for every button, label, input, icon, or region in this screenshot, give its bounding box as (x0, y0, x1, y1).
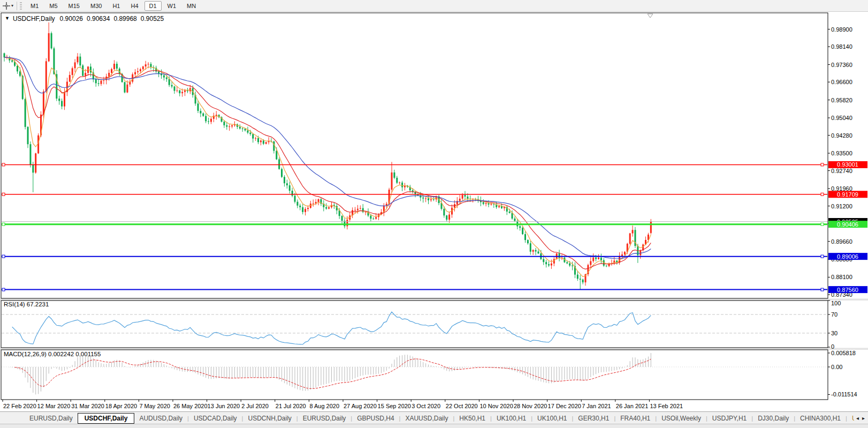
date-axis-label: 18 Apr 2020 (105, 403, 137, 409)
price-axis-tick: 0.91200 (831, 203, 852, 209)
tab-scroll-right-button[interactable]: ▸ (862, 415, 865, 421)
chart-tab-dj30-daily[interactable]: DJ30,Daily (753, 414, 794, 423)
chart-tab-ger30-h1[interactable]: GER30,H1 (573, 414, 614, 423)
macd-axis-tick: -0.011514 (831, 391, 857, 397)
macd-axis-tick: 0.005818 (831, 350, 856, 356)
rsi-axis-tick: 70 (831, 311, 837, 318)
price-axis-tick: 0.97360 (831, 62, 852, 68)
price-axis-tick: 0.98140 (831, 43, 852, 50)
cursor-tool-icon[interactable] (2, 2, 11, 10)
hline-handle-right (821, 288, 824, 291)
tool-dropdown-caret[interactable]: ▾ (11, 3, 13, 8)
date-axis-label: 22 Feb 2020 (3, 403, 36, 409)
date-axis-label: 27 Aug 2020 (344, 403, 377, 409)
price-badge-support-2-label: 0.87560 (837, 287, 858, 293)
price-axis-tick: 0.98900 (831, 26, 852, 33)
price-axis-tick: 0.94280 (831, 132, 852, 139)
date-axis-label: 31 Mar 2020 (71, 403, 104, 409)
chart-tab-fra40-h1[interactable]: FRA40,H1 (615, 414, 655, 423)
timeframe-button-mn[interactable]: MN (182, 1, 201, 11)
chart-menu-caret-icon[interactable]: ▼ (5, 16, 10, 22)
date-axis-label: 28 Nov 2020 (514, 403, 547, 409)
ohlc-open: 0.90026 (60, 15, 83, 22)
rsi-panel-frame (1, 301, 828, 348)
hline-handle-left (2, 163, 5, 166)
chart-tab-usdcad-daily[interactable]: USDCAD,Daily (189, 414, 242, 423)
date-axis-label: 17 Dec 2020 (548, 403, 581, 409)
date-axis-label: 22 Oct 2020 (446, 403, 478, 409)
price-axis-tick: 0.89660 (831, 238, 852, 245)
chart-tab-audusd-daily[interactable]: AUDUSD,Daily (134, 414, 187, 423)
rsi-axis-tick: 0 (831, 343, 834, 350)
chart-tab-uk100-h1[interactable]: UK100,H1 (532, 414, 572, 423)
timeframe-button-m5[interactable]: M5 (44, 1, 62, 11)
timeframe-button-h4[interactable]: H4 (126, 1, 143, 11)
macd-indicator-label: MACD(12,26,9) 0.002242 0.001155 (4, 351, 101, 357)
price-badge-support-1-label: 0.89006 (837, 253, 858, 260)
macd-panel-frame (1, 350, 828, 400)
ohlc-low: 0.89968 (113, 15, 136, 22)
rsi-indicator-label: RSI(14) 67.2231 (4, 301, 49, 307)
timeframe-toolbar: ▾ M1M5M15M30H1H4D1W1MN (0, 0, 868, 12)
price-axis-tick: 0.88100 (831, 274, 852, 280)
tab-scroll-left-button[interactable]: ◂ (856, 415, 859, 421)
toolbar-grip[interactable] (20, 2, 22, 10)
date-axis-label: 3 Oct 2020 (412, 403, 440, 409)
chart-tab-eurusd-daily[interactable]: EURUSD,Daily (25, 414, 78, 423)
price-badge-resistance-2-label: 0.91709 (837, 191, 858, 198)
chart-tab-hk50-h1[interactable]: HK50,H1 (454, 414, 490, 423)
hline-handle-right (821, 193, 824, 196)
date-axis-label: 26 May 2020 (173, 403, 208, 409)
chart-tab-china300-h1[interactable]: CHINA300,H1 (795, 414, 846, 423)
mt4-window: 0.989000.981400.973600.966000.958200.950… (0, 0, 868, 428)
date-axis-label: 13 Jun 2020 (208, 403, 240, 409)
date-axis-label: 21 Jul 2020 (276, 403, 306, 409)
timeframe-button-m30[interactable]: M30 (86, 1, 106, 11)
date-axis-label: 2 Jul 2020 (241, 403, 269, 409)
price-axis-tick: 0.92740 (831, 168, 852, 174)
chart-tab-usoil-weekly[interactable]: USOil,Weekly (657, 414, 706, 423)
timeframe-button-d1[interactable]: D1 (144, 1, 162, 11)
panel-splitter (0, 299, 868, 301)
timeframe-button-m1[interactable]: M1 (26, 1, 43, 11)
chart-tab-xauusd-daily[interactable]: XAUUSD,Daily (400, 414, 453, 423)
chart-tab-uk100-h1[interactable]: UK100,H1 (492, 414, 531, 423)
chart-tab-usdjpy-h1[interactable]: USDJPY,H1 (707, 414, 751, 423)
timeframe-button-w1[interactable]: W1 (163, 1, 181, 11)
chart-title: ▼ USDCHF,Daily 0.90026 0.90634 0.89968 0… (5, 15, 167, 22)
price-axis-tick: 0.96600 (831, 79, 852, 85)
chart-canvas[interactable]: 0.989000.981400.973600.966000.958200.950… (0, 0, 868, 428)
ohlc-close: 0.90525 (141, 15, 164, 22)
date-axis-label: 26 Jan 2021 (616, 403, 649, 409)
hline-handle-left (2, 255, 5, 258)
date-axis-label: 12 Mar 2020 (37, 403, 71, 409)
timeframe-button-h1[interactable]: H1 (108, 1, 125, 11)
price-axis-tick: 0.95040 (831, 115, 852, 121)
rsi-axis-tick: 30 (831, 330, 837, 336)
tab-scroll-controls: ◂ ▸ (854, 414, 867, 422)
macd-axis-tick: 0.00 (831, 364, 842, 370)
chart-tab-usdchf-daily[interactable]: USDCHF,Daily (78, 413, 135, 424)
chart-tab-gbpusd-h4[interactable]: GBPUSD,H4 (352, 414, 399, 423)
chart-tabbar: EURUSD,DailyUSDCHF,DailyAUDUSD,Daily|USD… (0, 411, 868, 428)
rsi-axis-tick: 100 (831, 300, 841, 306)
price-badge-resistance-1-label: 0.93001 (837, 161, 858, 168)
chart-tab-eurusd-daily[interactable]: EURUSD,Daily (298, 414, 351, 423)
date-axis-label: 10 Nov 2020 (479, 403, 513, 409)
chart-tab-usdcnh-daily[interactable]: USDCNH,Daily (243, 414, 296, 423)
tabbar-strip (0, 424, 868, 428)
hline-handle-left (2, 193, 5, 196)
hline-handle-right (821, 223, 824, 226)
panel-splitter (0, 348, 868, 350)
main-panel-frame (1, 13, 828, 298)
timeframe-button-m15[interactable]: M15 (64, 1, 85, 11)
hline-handle-right (821, 163, 824, 166)
date-axis-label: 13 Feb 2021 (650, 403, 683, 409)
toolbar-separator (17, 2, 17, 10)
chart-symbol-label: USDCHF,Daily (13, 15, 55, 22)
price-badge-pivot-label: 0.90406 (837, 221, 858, 228)
ohlc-high: 0.90634 (87, 15, 110, 22)
date-axis-label: 7 Jan 2021 (582, 403, 611, 409)
hline-handle-right (821, 255, 824, 258)
date-axis-label: 8 Aug 2020 (309, 403, 339, 409)
